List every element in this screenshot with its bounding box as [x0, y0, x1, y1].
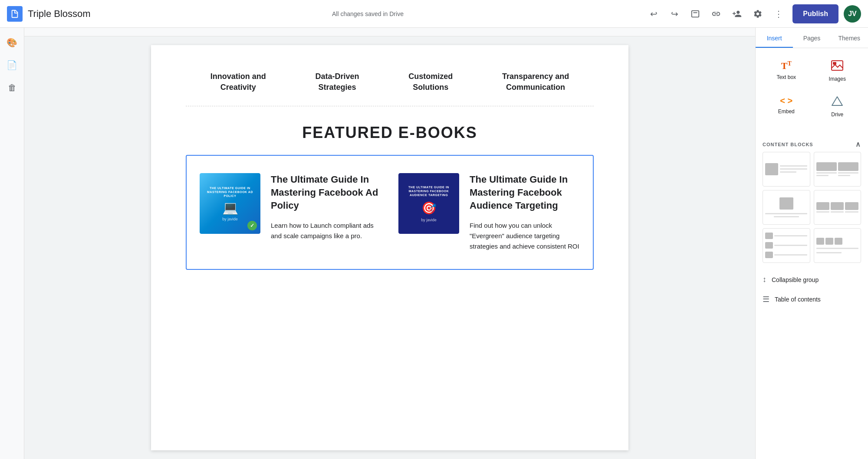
embed-label: Embed — [778, 108, 795, 115]
canvas-area: Innovation andCreativity Data-DrivenStra… — [24, 36, 755, 459]
embed-icon: < > — [780, 96, 792, 106]
right-sidebar: Insert Pages Themes TT Text box — [755, 28, 868, 459]
drive-icon — [832, 96, 843, 109]
block-thumb-5[interactable] — [763, 228, 810, 263]
ebook-desc-1: Learn how to Launch compliant ads and sc… — [271, 220, 381, 241]
left-sidebar: 🎨 📄 🗑 — [0, 28, 24, 459]
collapsible-group-label: Collapsible group — [772, 276, 819, 283]
textbox-label: Text box — [776, 74, 796, 80]
ebooks-section-title: FEATURED E-BOOKS — [186, 124, 594, 142]
content-blocks-collapse[interactable]: ∧ — [855, 140, 861, 148]
save-status: All changes saved in Drive — [96, 10, 640, 17]
ebook-card-1: THE ULTIMATE GUIDE IN MASTERING FACEBOOK… — [200, 173, 381, 252]
svg-marker-4 — [832, 97, 842, 105]
toolbar-icons: ↩ ↪ ⋮ — [645, 5, 787, 23]
canvas-wrapper: Innovation andCreativity Data-DrivenStra… — [24, 28, 755, 459]
undo-button[interactable]: ↩ — [645, 5, 662, 23]
trash-button[interactable]: 🗑 — [4, 80, 20, 95]
insert-images-button[interactable]: Images — [814, 55, 861, 87]
images-label: Images — [829, 76, 846, 82]
ebook-cover-1: THE ULTIMATE GUIDE IN MASTERING FACEBOOK… — [200, 173, 260, 234]
insert-section: TT Text box Images < > — [756, 48, 868, 137]
table-of-contents-item[interactable]: ☰ Table of contents — [756, 289, 868, 309]
insert-textbox-button[interactable]: TT Text box — [763, 55, 810, 87]
ebook-card-2: THE ULTIMATE GUIDE IN MASTERING FACEBOOK… — [398, 173, 580, 252]
collapsible-group-item[interactable]: ↕ Collapsible group — [756, 270, 868, 289]
more-button[interactable]: ⋮ — [770, 5, 787, 23]
textbox-icon: TT — [781, 60, 792, 72]
ebook-desc-2: Find out how you can unlock "Evergreen" … — [470, 220, 580, 252]
content-blocks-grid — [756, 152, 868, 270]
block-thumb-1[interactable] — [763, 152, 810, 187]
topbar: Triple Blossom All changes saved in Driv… — [0, 0, 868, 28]
feature-item-1: Innovation andCreativity — [210, 71, 266, 93]
ruler — [24, 28, 755, 36]
collapsible-group-icon: ↕ — [763, 275, 766, 284]
publish-button[interactable]: Publish — [792, 4, 838, 23]
block-thumb-3[interactable] — [763, 190, 810, 225]
ebook-cover-2: THE ULTIMATE GUIDE IN MASTERING FACEBOOK… — [398, 173, 459, 234]
ebook-container: THE ULTIMATE GUIDE IN MASTERING FACEBOOK… — [186, 155, 594, 270]
feature-item-4: Transparency andCommunication — [502, 71, 569, 93]
ebook-title-1: The Ultimate Guide In Mastering Facebook… — [271, 173, 381, 212]
tab-pages[interactable]: Pages — [793, 28, 830, 48]
redo-button[interactable]: ↪ — [666, 5, 683, 23]
feature-item-2: Data-DrivenStrategies — [316, 71, 359, 93]
user-avatar[interactable]: JV — [844, 5, 861, 23]
insert-drive-button[interactable]: Drive — [814, 91, 861, 123]
table-of-contents-label: Table of contents — [775, 296, 821, 303]
drive-label: Drive — [831, 111, 843, 118]
svg-rect-3 — [833, 62, 836, 65]
tab-themes[interactable]: Themes — [831, 28, 868, 48]
svg-rect-1 — [694, 12, 697, 13]
block-thumb-2[interactable] — [814, 152, 861, 187]
svg-rect-0 — [692, 10, 699, 17]
block-thumb-4[interactable] — [814, 190, 861, 225]
block-thumb-6[interactable] — [814, 228, 861, 263]
link-button[interactable] — [707, 5, 725, 23]
features-row: Innovation andCreativity Data-DrivenStra… — [186, 62, 594, 106]
app-logo — [7, 6, 23, 22]
ebook-info-2: The Ultimate Guide In Mastering Facebook… — [470, 173, 580, 252]
document-title: Triple Blossom — [28, 8, 91, 20]
main-area: 🎨 📄 🗑 Innovation andCreativity Data-Driv… — [0, 28, 868, 459]
insert-embed-button[interactable]: < > Embed — [763, 91, 810, 123]
add-person-button[interactable] — [728, 5, 746, 23]
pages-button[interactable]: 📄 — [4, 57, 20, 73]
insert-grid: TT Text box Images < > — [763, 55, 861, 123]
palette-button[interactable]: 🎨 — [4, 35, 20, 50]
ebook-info-1: The Ultimate Guide In Mastering Facebook… — [271, 173, 381, 252]
document-page: Innovation andCreativity Data-DrivenStra… — [151, 45, 628, 450]
sidebar-tabs: Insert Pages Themes — [756, 28, 868, 48]
preview-button[interactable] — [687, 5, 704, 23]
settings-button[interactable] — [749, 5, 766, 23]
images-icon — [831, 60, 843, 73]
tab-insert[interactable]: Insert — [756, 28, 793, 48]
table-of-contents-icon: ☰ — [763, 295, 769, 304]
content-blocks-label: CONTENT BLOCKS — [763, 142, 813, 147]
ebook-title-2: The Ultimate Guide In Mastering Facebook… — [470, 173, 580, 212]
feature-item-3: CustomizedSolutions — [408, 71, 453, 93]
content-blocks-header: CONTENT BLOCKS ∧ — [756, 137, 868, 152]
